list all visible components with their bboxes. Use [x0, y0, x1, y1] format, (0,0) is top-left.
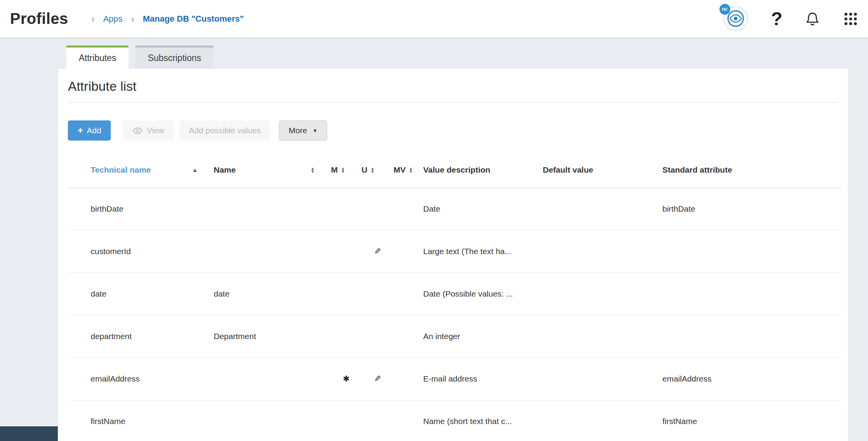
toolbar: + Add View Add possible values More ▼	[68, 120, 838, 141]
greeting-badge: Hi!	[719, 4, 730, 15]
cell-value-description: Date	[423, 188, 543, 230]
tab-attributes[interactable]: Attributes	[66, 46, 128, 69]
column-header-multivalue[interactable]: MV ▲▼	[393, 152, 423, 188]
cell-name	[214, 400, 331, 441]
breadcrumb-separator-icon: ›	[91, 14, 95, 24]
table-row[interactable]: date date ✱ ✎ Date (Possible values: ...	[68, 273, 841, 315]
column-label: U	[361, 165, 367, 175]
help-icon[interactable]: ?	[771, 10, 782, 28]
top-header: Profiles › Apps › Manage DB "Customers" …	[0, 0, 868, 37]
sort-both-icon: ▲▼	[311, 167, 315, 173]
cell-standard-attribute: firstName	[662, 400, 841, 441]
add-button[interactable]: + Add	[68, 120, 111, 141]
breadcrumb-item-apps[interactable]: Apps	[103, 14, 122, 24]
cell-unique: ✎	[361, 400, 393, 441]
table-row[interactable]: emailAddress ✱ ✎ E-mail address emailAdd…	[68, 358, 841, 400]
notifications-bell-icon[interactable]	[805, 11, 820, 27]
cell-name: Department	[214, 315, 331, 358]
cell-mandatory: ✱	[331, 315, 361, 358]
table-header-row: Technical name ▲ Name ▲▼ M ▲▼	[68, 152, 841, 188]
column-label: M	[331, 165, 338, 175]
cell-technical-name: birthDate	[68, 188, 214, 230]
more-button-label: More	[289, 126, 307, 135]
attributes-table: Technical name ▲ Name ▲▼ M ▲▼	[68, 152, 841, 441]
caret-down-icon: ▼	[312, 128, 317, 134]
table-row[interactable]: firstName ✱ ✎ Name (short text that c...…	[68, 400, 841, 441]
cell-technical-name: date	[68, 273, 214, 315]
cell-value-description: Date (Possible values: ...	[423, 273, 543, 315]
column-header-mandatory[interactable]: M ▲▼	[331, 152, 361, 188]
eye-icon	[133, 127, 143, 134]
cell-default-value	[543, 400, 662, 441]
table-row[interactable]: customerId ✱ ✎ Large text (The text ha..…	[68, 230, 841, 273]
cell-multivalue	[393, 273, 423, 315]
cell-standard-attribute: emailAddress	[662, 358, 841, 400]
column-label: Value description	[423, 165, 490, 174]
more-button[interactable]: More ▼	[279, 120, 327, 141]
column-label: Standard attribute	[662, 165, 732, 174]
tab-bar: Attributes Subscriptions	[66, 46, 213, 69]
column-label: Technical name	[91, 165, 151, 175]
divider	[68, 102, 838, 103]
cell-technical-name: emailAddress	[68, 358, 214, 400]
column-header-default-value: Default value	[543, 152, 662, 188]
mandatory-icon: ✱	[343, 374, 350, 383]
cell-technical-name: firstName	[68, 400, 214, 441]
add-possible-values-label: Add possible values	[189, 126, 261, 135]
column-label: MV	[393, 165, 406, 175]
cell-default-value	[543, 230, 662, 273]
cell-value-description: E-mail address	[423, 358, 543, 400]
tab-subscriptions[interactable]: Subscriptions	[135, 46, 213, 69]
cell-multivalue	[393, 400, 423, 441]
column-header-value-description: Value description	[423, 152, 543, 188]
cell-value-description: Large text (The text ha...	[423, 230, 543, 273]
cell-mandatory: ✱	[331, 230, 361, 273]
cell-unique: ✎	[361, 358, 393, 400]
cell-multivalue	[393, 358, 423, 400]
cell-standard-attribute	[662, 230, 841, 273]
cell-multivalue	[393, 230, 423, 273]
cell-default-value	[543, 358, 662, 400]
table-row[interactable]: birthDate ✱ ✎ Date birthDate	[68, 188, 841, 230]
cell-mandatory: ✱	[331, 273, 361, 315]
cell-value-description: Name (short text that c...	[423, 400, 543, 441]
cell-standard-attribute: birthDate	[662, 188, 841, 230]
add-possible-values-button[interactable]: Add possible values	[179, 120, 271, 141]
add-button-label: Add	[87, 126, 101, 135]
cell-multivalue	[393, 315, 423, 358]
cell-mandatory: ✱	[331, 188, 361, 230]
plus-icon: +	[78, 126, 83, 135]
cell-technical-name: department	[68, 315, 214, 358]
table-row[interactable]: department Department ✱ ✎ An integer	[68, 315, 841, 358]
sort-both-icon: ▲▼	[370, 167, 375, 173]
cell-default-value	[543, 315, 662, 358]
cell-default-value	[543, 188, 662, 230]
cell-unique: ✎	[361, 188, 393, 230]
breadcrumb-item-current[interactable]: Manage DB "Customers"	[143, 14, 244, 24]
column-header-unique[interactable]: U ▲▼	[361, 152, 393, 188]
cell-technical-name: customerId	[68, 230, 214, 273]
column-header-standard-attribute: Standard attribute	[662, 152, 841, 188]
cell-standard-attribute	[662, 315, 841, 358]
sort-both-icon: ▲▼	[341, 167, 345, 173]
cell-value-description: An integer	[423, 315, 543, 358]
view-button[interactable]: View	[123, 120, 174, 141]
app-grid-icon[interactable]	[843, 11, 859, 27]
cell-mandatory: ✱	[331, 358, 361, 400]
view-button-label: View	[147, 126, 164, 135]
cell-unique: ✎	[361, 273, 393, 315]
cell-unique: ✎	[361, 315, 393, 358]
user-avatar[interactable]: Hi!	[723, 6, 749, 32]
bottom-left-panel	[0, 426, 58, 441]
column-header-name[interactable]: Name ▲▼	[214, 152, 331, 188]
card-title: Attribute list	[68, 69, 838, 102]
page-title: Profiles	[10, 10, 68, 27]
cell-default-value	[543, 273, 662, 315]
unique-icon: ✎	[374, 374, 381, 383]
sort-ascending-icon: ▲	[192, 167, 198, 173]
header-actions: Hi! ?	[723, 6, 868, 32]
cell-name	[214, 358, 331, 400]
column-header-technical-name[interactable]: Technical name ▲	[68, 152, 214, 188]
breadcrumb: › Apps › Manage DB "Customers"	[91, 14, 244, 24]
sort-both-icon: ▲▼	[409, 167, 413, 173]
